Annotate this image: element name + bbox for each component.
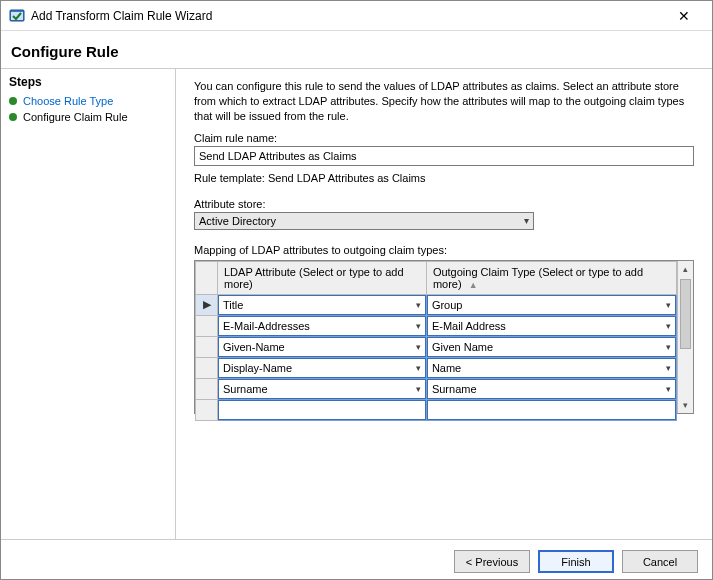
step-bullet-icon bbox=[9, 113, 17, 121]
table-row-empty bbox=[196, 399, 677, 420]
claim-type-cell[interactable]: Name▾ bbox=[427, 358, 676, 378]
mapping-label: Mapping of LDAP attributes to outgoing c… bbox=[194, 244, 694, 256]
table-row: E-Mail-Addresses▾ E-Mail Address▾ bbox=[196, 315, 677, 336]
description-text: You can configure this rule to send the … bbox=[194, 79, 694, 124]
mapping-grid: LDAP Attribute (Select or type to add mo… bbox=[195, 261, 677, 421]
attribute-store-label: Attribute store: bbox=[194, 198, 694, 210]
grid-col-claim-label: Outgoing Claim Type (Select or type to a… bbox=[433, 266, 643, 290]
table-row: Surname▾ Surname▾ bbox=[196, 378, 677, 399]
steps-sidebar: Steps Choose Rule Type Configure Claim R… bbox=[1, 69, 176, 539]
ldap-attribute-cell[interactable]: Display-Name▾ bbox=[218, 358, 426, 378]
titlebar: Add Transform Claim Rule Wizard ✕ bbox=[1, 1, 712, 31]
chevron-down-icon: ▾ bbox=[666, 321, 671, 331]
grid-corner bbox=[196, 261, 218, 294]
cell-value: Name bbox=[432, 362, 461, 374]
attribute-store-select[interactable]: Active Directory ▾ bbox=[194, 212, 534, 230]
ldap-attribute-cell[interactable]: Surname▾ bbox=[218, 379, 426, 399]
cell-value: Surname bbox=[223, 383, 268, 395]
cell-value: Surname bbox=[432, 383, 477, 395]
chevron-down-icon: ▾ bbox=[416, 384, 421, 394]
cell-value: Title bbox=[223, 299, 243, 311]
ldap-attribute-cell[interactable]: Given-Name▾ bbox=[218, 337, 426, 357]
chevron-down-icon: ▾ bbox=[666, 342, 671, 352]
previous-button[interactable]: < Previous bbox=[454, 550, 530, 573]
grid-col-claim-header[interactable]: Outgoing Claim Type (Select or type to a… bbox=[426, 261, 676, 294]
page-heading: Configure Rule bbox=[1, 31, 712, 68]
grid-col-ldap-label: LDAP Attribute (Select or type to add mo… bbox=[224, 266, 404, 290]
row-indicator[interactable] bbox=[196, 378, 218, 399]
sort-asc-icon: ▲ bbox=[469, 280, 478, 290]
wizard-icon bbox=[9, 8, 25, 24]
row-indicator[interactable] bbox=[196, 336, 218, 357]
step-label: Choose Rule Type bbox=[23, 95, 113, 107]
cell-value: Display-Name bbox=[223, 362, 292, 374]
close-button[interactable]: ✕ bbox=[664, 2, 704, 30]
scroll-up-icon[interactable]: ▴ bbox=[678, 261, 693, 277]
step-configure-claim-rule[interactable]: Configure Claim Rule bbox=[9, 109, 167, 125]
chevron-down-icon: ▾ bbox=[666, 300, 671, 310]
attribute-store-value: Active Directory bbox=[199, 215, 276, 227]
steps-heading: Steps bbox=[9, 75, 167, 89]
claim-type-cell[interactable] bbox=[427, 400, 676, 420]
step-choose-rule-type[interactable]: Choose Rule Type bbox=[9, 93, 167, 109]
chevron-down-icon: ▾ bbox=[416, 321, 421, 331]
cell-value: E-Mail-Addresses bbox=[223, 320, 310, 332]
cell-value: Given-Name bbox=[223, 341, 285, 353]
step-bullet-icon bbox=[9, 97, 17, 105]
footer-buttons: < Previous Finish Cancel bbox=[1, 539, 712, 580]
row-indicator[interactable]: ▶ bbox=[196, 294, 218, 315]
chevron-down-icon: ▾ bbox=[666, 384, 671, 394]
row-indicator[interactable] bbox=[196, 315, 218, 336]
claim-type-cell[interactable]: E-Mail Address▾ bbox=[427, 316, 676, 336]
ldap-attribute-cell[interactable] bbox=[218, 400, 426, 420]
chevron-down-icon: ▾ bbox=[416, 363, 421, 373]
chevron-down-icon: ▾ bbox=[416, 300, 421, 310]
claim-type-cell[interactable]: Surname▾ bbox=[427, 379, 676, 399]
cancel-button[interactable]: Cancel bbox=[622, 550, 698, 573]
chevron-down-icon: ▾ bbox=[416, 342, 421, 352]
main-area: Steps Choose Rule Type Configure Claim R… bbox=[1, 69, 712, 539]
claim-type-cell[interactable]: Given Name▾ bbox=[427, 337, 676, 357]
rule-template-text: Rule template: Send LDAP Attributes as C… bbox=[194, 172, 694, 184]
cell-value: Group bbox=[432, 299, 463, 311]
step-label: Configure Claim Rule bbox=[23, 111, 128, 123]
window-title: Add Transform Claim Rule Wizard bbox=[31, 9, 664, 23]
table-row: ▶ Title▾ Group▾ bbox=[196, 294, 677, 315]
grid-scrollbar[interactable]: ▴ ▾ bbox=[677, 261, 693, 413]
chevron-down-icon: ▾ bbox=[666, 363, 671, 373]
claim-rule-name-label: Claim rule name: bbox=[194, 132, 694, 144]
mapping-grid-container: LDAP Attribute (Select or type to add mo… bbox=[194, 260, 694, 414]
ldap-attribute-cell[interactable]: Title▾ bbox=[218, 295, 426, 315]
row-indicator[interactable] bbox=[196, 357, 218, 378]
content-pane: You can configure this rule to send the … bbox=[176, 69, 712, 539]
scroll-thumb[interactable] bbox=[680, 279, 691, 349]
ldap-attribute-cell[interactable]: E-Mail-Addresses▾ bbox=[218, 316, 426, 336]
cell-value: Given Name bbox=[432, 341, 493, 353]
table-row: Display-Name▾ Name▾ bbox=[196, 357, 677, 378]
claim-rule-name-input[interactable] bbox=[194, 146, 694, 166]
row-indicator[interactable] bbox=[196, 399, 218, 420]
scroll-down-icon[interactable]: ▾ bbox=[678, 397, 693, 413]
claim-type-cell[interactable]: Group▾ bbox=[427, 295, 676, 315]
grid-col-ldap-header[interactable]: LDAP Attribute (Select or type to add mo… bbox=[218, 261, 427, 294]
finish-button[interactable]: Finish bbox=[538, 550, 614, 573]
cell-value: E-Mail Address bbox=[432, 320, 506, 332]
table-row: Given-Name▾ Given Name▾ bbox=[196, 336, 677, 357]
chevron-down-icon: ▾ bbox=[524, 215, 529, 226]
